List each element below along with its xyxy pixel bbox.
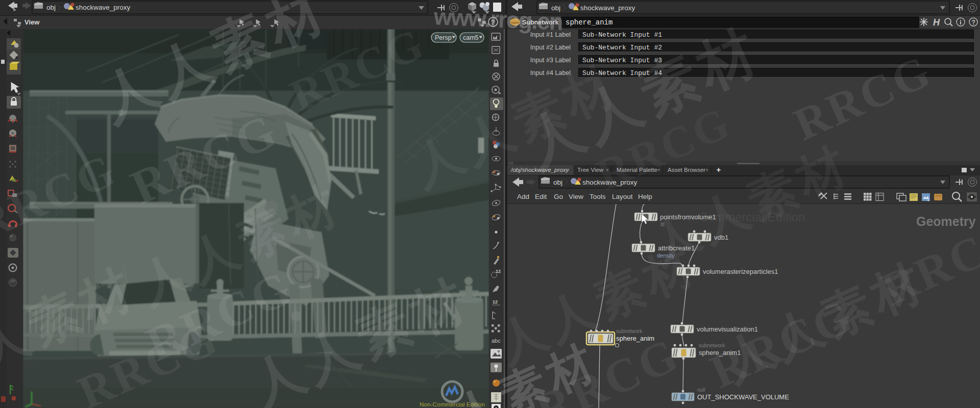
svg-text:obj: obj bbox=[553, 178, 562, 186]
svg-text:volumevisualization1: volumevisualization1 bbox=[697, 325, 758, 333]
svg-text:OUT_SHOCKWAVE_VOLUME: OUT_SHOCKWAVE_VOLUME bbox=[697, 393, 789, 401]
svg-text:density: density bbox=[657, 252, 675, 259]
svg-text:?: ? bbox=[972, 19, 975, 26]
svg-text:attribcreate1: attribcreate1 bbox=[658, 244, 695, 252]
svg-text:shockwave_proxy: shockwave_proxy bbox=[76, 4, 131, 11]
svg-text:null: null bbox=[697, 387, 705, 393]
svg-text:abc: abc bbox=[492, 338, 501, 344]
svg-text:12: 12 bbox=[496, 269, 501, 274]
svg-text:obj: obj bbox=[551, 4, 560, 12]
svg-text:Subnetwork: Subnetwork bbox=[522, 19, 559, 26]
svg-text:sphere_anim: sphere_anim bbox=[616, 335, 654, 342]
svg-text:Non-Commercial Edition: Non-Commercial Edition bbox=[420, 401, 485, 408]
svg-text:subnetwork: subnetwork bbox=[699, 343, 725, 348]
svg-text:+: + bbox=[927, 198, 929, 203]
svg-text:Persp: Persp bbox=[435, 34, 452, 41]
svg-text:12: 12 bbox=[493, 299, 498, 304]
svg-text:Geometry: Geometry bbox=[916, 214, 976, 228]
svg-text:vdb1: vdb1 bbox=[714, 234, 728, 241]
svg-text:shockwave_proxy: shockwave_proxy bbox=[582, 178, 638, 186]
svg-text:cam5: cam5 bbox=[463, 34, 479, 41]
svg-text:H: H bbox=[933, 17, 940, 28]
svg-text:?: ? bbox=[491, 19, 495, 26]
svg-text:sphere_anim: sphere_anim bbox=[566, 18, 612, 27]
svg-text:pointsfromvolume1: pointsfromvolume1 bbox=[660, 213, 716, 221]
svg-text:subnetwork: subnetwork bbox=[616, 328, 643, 334]
svg-text:volumerasterizeparticles1: volumerasterizeparticles1 bbox=[703, 268, 778, 275]
svg-text:sphere_anim1: sphere_anim1 bbox=[699, 349, 741, 356]
svg-text:obj: obj bbox=[46, 4, 56, 11]
svg-text:shockwave_proxy: shockwave_proxy bbox=[580, 4, 635, 12]
svg-text:View: View bbox=[24, 18, 40, 26]
